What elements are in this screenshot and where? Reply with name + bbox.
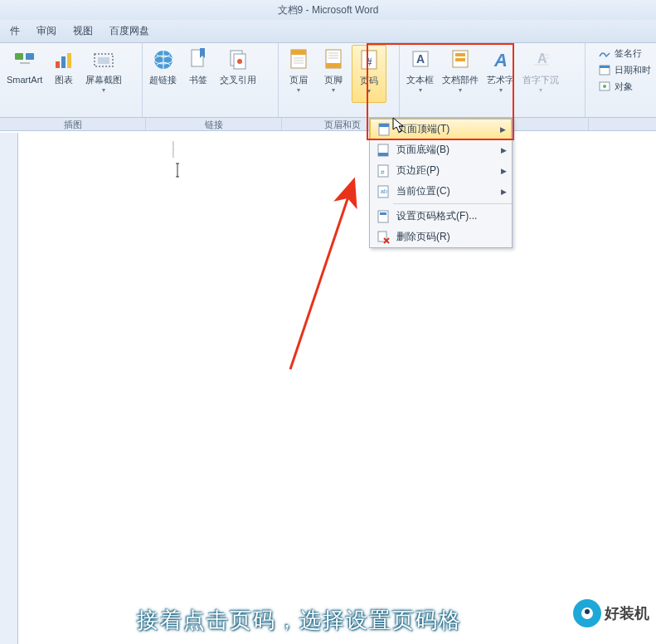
svg-point-12 (237, 59, 242, 64)
svg-point-38 (603, 85, 606, 88)
page-top-icon (376, 122, 392, 137)
group-label-links: 链接 (146, 118, 282, 130)
window-title: 文档9 - Microsoft Word (0, 0, 656, 20)
dropdown-arrow-icon: ▾ (499, 86, 503, 94)
chart-icon (51, 46, 77, 73)
page-bottom-icon (375, 143, 391, 158)
svg-rect-19 (326, 63, 341, 68)
menu-review[interactable]: 审阅 (28, 21, 65, 41)
dropdown-arrow-icon: ▾ (332, 86, 335, 94)
menu-view[interactable]: 视图 (65, 21, 101, 41)
datetime-button[interactable]: 日期和时 (598, 61, 656, 78)
menu-page-bottom[interactable]: 页面底端(B) ▶ (370, 139, 512, 160)
svg-rect-28 (455, 53, 465, 56)
dropcap-button[interactable]: A 首字下沉 ▾ (519, 45, 562, 103)
ribbon-group-text: A 文本框 ▾ 文档部件 ▾ A 艺术字 ▾ A (400, 43, 586, 117)
vertical-ruler[interactable] (0, 133, 18, 644)
dropcap-icon: A (527, 46, 554, 73)
svg-rect-36 (600, 66, 610, 68)
textbox-icon: A (407, 46, 434, 73)
svg-rect-45 (379, 124, 389, 127)
dropdown-arrow-icon: ▾ (367, 87, 371, 95)
svg-rect-3 (61, 56, 66, 68)
menu-format-pagenum[interactable]: 设置页码格式(F)... (370, 206, 512, 227)
svg-text:A: A (415, 52, 424, 66)
svg-rect-47 (378, 153, 388, 156)
calendar-icon (598, 63, 611, 76)
menu-remove-pagenum[interactable]: 删除页码(R) (370, 227, 512, 247)
bookmark-button[interactable]: 书签 (182, 45, 215, 103)
smartart-icon (12, 46, 38, 73)
svg-rect-29 (455, 58, 465, 61)
svg-rect-53 (380, 212, 386, 215)
watermark-logo-icon (573, 599, 601, 627)
svg-rect-6 (98, 57, 109, 64)
chart-button[interactable]: 图表 (47, 45, 80, 103)
margin-marker (173, 141, 174, 158)
svg-text:#: # (367, 56, 372, 68)
svg-text:ab: ab (381, 188, 387, 194)
dropdown-arrow-icon: ▾ (459, 86, 462, 94)
crossref-button[interactable]: 交叉引用 (216, 45, 260, 103)
smartart-button[interactable]: SmartArt (3, 45, 46, 103)
menu-baidu[interactable]: 百度网盘 (101, 21, 158, 41)
crossref-icon (225, 46, 251, 73)
watermark: 好装机 (573, 599, 649, 627)
bookmark-icon (185, 46, 211, 73)
menu-file[interactable]: 件 (2, 21, 28, 41)
text-cursor (176, 162, 184, 182)
svg-rect-4 (67, 53, 71, 68)
screenshot-icon (90, 46, 117, 73)
object-button[interactable]: 对象 (598, 78, 656, 95)
menu-page-top[interactable]: 页面顶端(T) ▶ (370, 119, 512, 139)
menu-current-position[interactable]: ab 当前位置(C) ▶ (370, 181, 512, 202)
svg-rect-0 (15, 53, 23, 60)
hyperlink-button[interactable]: 超链接 (146, 45, 180, 103)
signature-button[interactable]: 签名行 (598, 45, 656, 61)
ribbon-group-links: 超链接 书签 交叉引用 (143, 43, 279, 117)
parts-button[interactable]: 文档部件 ▾ (439, 45, 482, 103)
object-icon (598, 80, 611, 93)
footer-icon (320, 46, 347, 73)
ribbon-group-insert: SmartArt 图表 屏幕截图 ▾ (0, 43, 143, 117)
ribbon-group-labels: 插图 链接 页眉和页 文本 (0, 118, 656, 131)
submenu-arrow-icon: ▶ (501, 188, 507, 196)
tutorial-caption: 接着点击页码，选择设置页码格 (137, 606, 462, 635)
dropdown-arrow-icon: ▾ (102, 86, 105, 94)
footer-button[interactable]: 页脚 ▾ (317, 45, 350, 103)
signature-icon (598, 46, 611, 60)
header-button[interactable]: 页眉 ▾ (282, 45, 315, 103)
document-area (0, 133, 656, 644)
wordart-button[interactable]: A 艺术字 ▾ (483, 45, 518, 103)
screenshot-button[interactable]: 屏幕截图 ▾ (82, 45, 125, 103)
wordart-icon: A (488, 46, 514, 73)
ribbon-right-panel: 签名行 日期和时 对象 (598, 45, 656, 95)
ribbon-group-headerfooter: 页眉 ▾ 页脚 ▾ # 页码 ▾ (279, 43, 400, 117)
ribbon: SmartArt 图表 屏幕截图 ▾ (0, 43, 656, 118)
menu-bar: 件 审阅 视图 百度网盘 (0, 20, 656, 43)
format-icon (375, 209, 391, 224)
svg-rect-14 (291, 50, 306, 55)
dropdown-arrow-icon: ▾ (539, 86, 542, 94)
header-icon (285, 46, 312, 73)
svg-rect-2 (56, 61, 60, 68)
submenu-arrow-icon: ▶ (501, 146, 507, 154)
dropdown-arrow-icon: ▾ (297, 86, 300, 94)
submenu-arrow-icon: ▶ (501, 167, 507, 175)
current-position-icon: ab (375, 184, 391, 199)
dropdown-arrow-icon: ▾ (419, 86, 422, 94)
textbox-button[interactable]: A 文本框 ▾ (403, 45, 437, 103)
svg-rect-1 (26, 53, 34, 60)
svg-text:A: A (493, 50, 508, 71)
svg-text:#: # (381, 168, 385, 176)
document-page[interactable] (18, 133, 656, 644)
watermark-text: 好装机 (605, 603, 649, 623)
menu-separator (393, 203, 512, 204)
parts-icon (447, 46, 474, 73)
pagenum-icon: # (356, 47, 382, 74)
pagenum-dropdown-menu: 页面顶端(T) ▶ 页面底端(B) ▶ # 页边距(P) ▶ ab 当前位置(C… (369, 118, 513, 248)
pagenum-button[interactable]: # 页码 ▾ (352, 45, 386, 103)
page-margins-icon: # (375, 163, 391, 178)
menu-page-margins[interactable]: # 页边距(P) ▶ (370, 160, 512, 181)
globe-icon (150, 46, 177, 73)
